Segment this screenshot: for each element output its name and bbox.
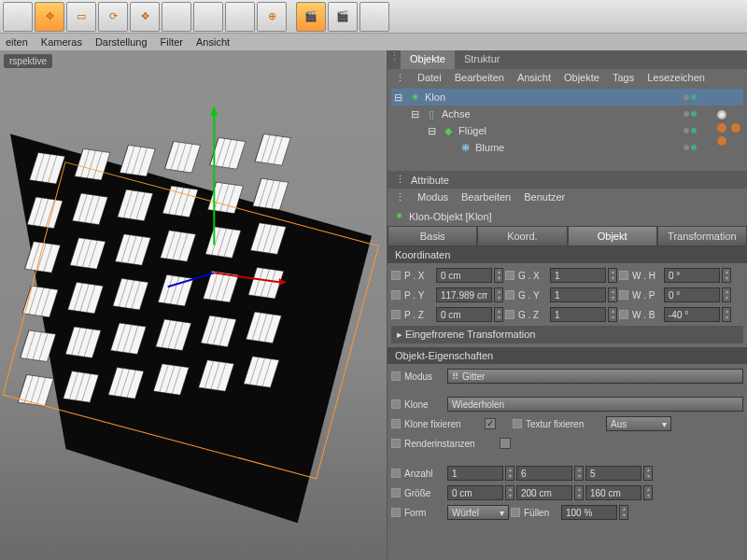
select-modus[interactable]: ⠿Gitter <box>447 369 743 384</box>
spinner[interactable]: ▴▾ <box>574 485 584 500</box>
expand-icon[interactable]: ⊟ <box>425 124 438 137</box>
input-wh[interactable] <box>664 268 720 283</box>
tree-achse[interactable]: ⊟ ▯ Achse <box>391 105 743 122</box>
menu-darstellung[interactable]: Darstellung <box>95 36 148 48</box>
tab-transformation[interactable]: Transformation <box>657 226 747 246</box>
spinner[interactable]: ▴▾ <box>608 287 617 302</box>
pmenu-ansicht[interactable]: Ansicht <box>517 72 551 84</box>
lock-klonefix[interactable] <box>391 419 401 428</box>
spinner[interactable]: ▴▾ <box>608 307 617 322</box>
lock-fuellen[interactable] <box>511 508 520 517</box>
menu-filter[interactable]: Filter <box>161 36 183 48</box>
select-texfix[interactable]: Aus▾ <box>606 416 671 431</box>
spinner[interactable]: ▴▾ <box>505 466 514 481</box>
lock-renderinst[interactable] <box>391 439 401 448</box>
input-pz[interactable] <box>436 307 492 322</box>
tool-axis-y[interactable]: Y <box>193 2 223 32</box>
grip-icon[interactable]: ⋮ <box>395 174 405 186</box>
spinner[interactable]: ▴▾ <box>722 268 731 283</box>
spinner[interactable]: ▴▾ <box>643 485 653 500</box>
input-gy[interactable] <box>550 287 606 302</box>
tree-fluegel[interactable]: ⊟ ◆ Flügel <box>391 122 743 139</box>
tool-cursor[interactable]: ✛ <box>3 2 33 32</box>
spinner[interactable]: ▴▾ <box>619 505 628 520</box>
lock-py[interactable] <box>391 290 401 300</box>
input-wb[interactable] <box>664 307 720 322</box>
lock-gx[interactable] <box>505 271 514 280</box>
menu-kameras[interactable]: Kameras <box>41 36 82 48</box>
lock-gy[interactable] <box>505 290 514 300</box>
tool-globe[interactable]: ⊕ <box>257 2 287 32</box>
input-wp[interactable] <box>664 287 720 302</box>
input-anzahl2[interactable] <box>516 466 572 481</box>
tab-objekte[interactable]: Objekte <box>401 50 455 69</box>
spinner[interactable]: ▴▾ <box>505 485 514 500</box>
tool-move[interactable]: ✥ <box>35 2 64 32</box>
frozen-transform[interactable]: ▸ Eingefrorene Transformation <box>391 326 743 343</box>
lock-wp[interactable] <box>619 290 628 300</box>
tool-rotate[interactable]: ⟳ <box>98 2 128 32</box>
tool-axis-z[interactable]: Z <box>225 2 255 32</box>
tab-struktur[interactable]: Struktur <box>455 50 510 69</box>
input-anzahl1[interactable] <box>447 466 503 481</box>
input-anzahl3[interactable] <box>585 466 641 481</box>
spinner[interactable]: ▴▾ <box>722 307 731 322</box>
spinner[interactable]: ▴▾ <box>494 268 503 283</box>
tool-axis-x[interactable]: X <box>162 2 191 32</box>
tool-clapboard[interactable]: 🎬 <box>296 2 326 32</box>
tree-blume[interactable]: ❋ Blume <box>391 139 743 156</box>
tab-koord[interactable]: Koord. <box>477 226 567 246</box>
spinner[interactable]: ▴▾ <box>494 307 503 322</box>
input-gz[interactable] <box>550 307 606 322</box>
lock-form[interactable] <box>391 508 401 517</box>
input-fuellen[interactable] <box>561 505 617 520</box>
amenu-modus[interactable]: Modus <box>417 191 448 203</box>
expand-icon[interactable]: ⊟ <box>408 107 421 120</box>
select-form[interactable]: Würfel▾ <box>447 505 509 520</box>
panel-grip-icon[interactable]: ⋮ <box>388 50 401 69</box>
pmenu-objekte[interactable]: Objekte <box>564 72 599 84</box>
menu-ansicht[interactable]: Ansicht <box>196 36 230 48</box>
lock-texfix[interactable] <box>513 419 522 428</box>
viewport[interactable]: rspektive (function(){ var g=document.ge… <box>0 50 388 560</box>
lock-pz[interactable] <box>391 310 401 319</box>
input-py[interactable] <box>436 287 492 302</box>
input-gx[interactable] <box>550 268 606 283</box>
tab-basis[interactable]: Basis <box>388 226 477 246</box>
spinner[interactable]: ▴▾ <box>494 287 503 302</box>
grip-icon[interactable]: ⋮ <box>395 191 404 203</box>
lock-klone[interactable] <box>391 399 401 409</box>
pmenu-datei[interactable]: Datei <box>417 72 442 84</box>
pmenu-tags[interactable]: Tags <box>613 72 634 84</box>
lock-groesse[interactable] <box>391 488 401 497</box>
input-groesse2[interactable] <box>516 485 572 500</box>
lock-wh[interactable] <box>619 271 628 280</box>
pmenu-bearbeiten[interactable]: Bearbeiten <box>455 72 504 84</box>
lock-gz[interactable] <box>505 310 514 319</box>
expand-icon[interactable]: ⊟ <box>391 91 404 104</box>
amenu-benutzer[interactable]: Benutzer <box>524 191 565 203</box>
spinner[interactable]: ▴▾ <box>608 268 617 283</box>
lock-wb[interactable] <box>619 310 628 319</box>
lock-anzahl[interactable] <box>391 469 401 478</box>
input-px[interactable] <box>436 268 492 283</box>
input-groesse3[interactable] <box>585 485 641 500</box>
input-groesse1[interactable] <box>447 485 503 500</box>
panel-grip2-icon[interactable]: ⋮ <box>395 72 404 84</box>
object-tree[interactable]: ⊟ ✷ Klon ⊟ ▯ Achse ⊟ ◆ Flügel ❋ Blume <box>388 87 747 171</box>
tree-klon[interactable]: ⊟ ✷ Klon <box>391 89 743 105</box>
amenu-bearbeiten[interactable]: Bearbeiten <box>461 191 511 203</box>
pmenu-lesezeichen[interactable]: Lesezeichen <box>647 72 705 84</box>
material-tags[interactable] <box>716 109 741 148</box>
spinner[interactable]: ▴▾ <box>574 466 584 481</box>
tool-clapboard2[interactable]: 🎬 <box>328 2 358 32</box>
tool-move2[interactable]: ✥ <box>130 2 160 32</box>
tool-rect[interactable]: ▭ <box>66 2 96 32</box>
check-renderinst[interactable] <box>500 438 511 449</box>
check-klonefix[interactable] <box>485 418 496 429</box>
tool-gear[interactable]: ⚙ <box>359 2 389 32</box>
lock-px[interactable] <box>391 271 401 280</box>
select-klone[interactable]: Wiederholen <box>447 397 743 412</box>
menu-eiten[interactable]: eiten <box>6 36 28 48</box>
lock-modus[interactable] <box>391 371 401 381</box>
